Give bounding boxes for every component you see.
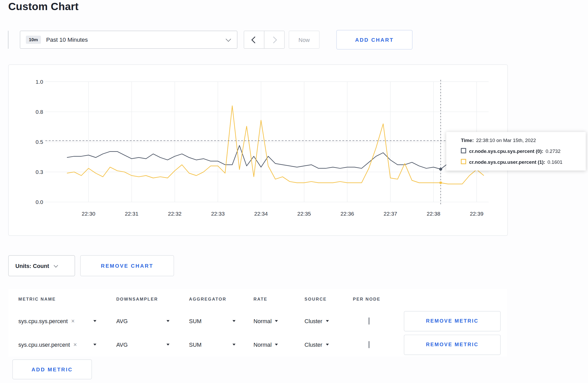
hover-point: [439, 168, 442, 171]
x-tick-label: 22:34: [254, 211, 268, 217]
tooltip-time-row: Time:22:38:10 on Mar 15th, 2022: [461, 138, 580, 143]
column-header-downsampler: DOWNSAMPLER: [116, 297, 189, 301]
tooltip-series-value: 0.2732: [546, 148, 561, 154]
y-tick-label: 0.5: [36, 139, 43, 145]
caret-down-icon: [166, 344, 170, 345]
units-select-label: Units: Count: [15, 263, 49, 269]
column-header-source: SOURCE: [304, 297, 353, 301]
series-line: [67, 106, 484, 184]
tooltip-time-value: 22:38:10 on Mar 15th, 2022: [476, 138, 536, 143]
y-tick-label: 1.0: [36, 79, 43, 85]
remove-chart-button[interactable]: REMOVE CHART: [80, 255, 174, 276]
caret-down-icon: [275, 320, 278, 322]
hover-point: [439, 181, 442, 184]
source-select[interactable]: Cluster: [304, 342, 353, 348]
metric-name-select[interactable]: sys.cpu.sys.percent ×: [18, 318, 96, 324]
clear-metric-icon[interactable]: ×: [73, 342, 77, 347]
downsampler-value: AVG: [116, 342, 128, 348]
caret-down-icon: [233, 320, 236, 322]
tooltip-series-row: cr.node.sys.cpu.user.percent (1):0.1601: [461, 159, 580, 165]
series-user-swatch-icon: [461, 159, 466, 164]
chevron-right-icon: [270, 36, 277, 43]
caret-down-icon: [93, 320, 96, 322]
units-select[interactable]: Units: Count: [8, 255, 75, 276]
metric-name-select[interactable]: sys.cpu.user.percent ×: [18, 342, 96, 348]
metric-row: sys.cpu.sys.percent × AVG SUM Normal: [18, 309, 507, 333]
source-value: Cluster: [304, 318, 322, 324]
column-header-aggregator: AGGREGATOR: [189, 297, 254, 301]
series-sys-swatch-icon: [461, 148, 466, 153]
series-line: [67, 145, 484, 169]
custom-chart-page: Custom Chart 10m Past 10 Minutes Now ADD…: [0, 0, 588, 383]
next-range-button[interactable]: [264, 31, 285, 49]
column-header-rate: RATE: [254, 297, 305, 301]
source-select[interactable]: Cluster: [304, 318, 353, 324]
add-metric-button[interactable]: ADD METRIC: [12, 359, 92, 379]
x-tick-label: 22:33: [211, 211, 225, 217]
prev-range-button[interactable]: [244, 31, 264, 49]
tooltip-time-label: Time:: [461, 138, 474, 143]
column-header-metric-name: METRIC NAME: [18, 297, 116, 301]
rate-value: Normal: [254, 342, 272, 348]
downsampler-select[interactable]: AVG: [116, 342, 169, 348]
x-tick-label: 22:37: [383, 211, 397, 217]
rate-value: Normal: [254, 318, 272, 324]
caret-down-icon: [233, 344, 236, 345]
aggregator-value: SUM: [189, 318, 201, 324]
chevron-down-icon: [54, 263, 58, 267]
metrics-line-chart[interactable]: 0.00.30.50.81.022:3022:3122:3222:3322:34…: [9, 65, 507, 235]
tooltip-series-value: 0.1601: [548, 159, 563, 165]
x-tick-label: 22:39: [470, 211, 483, 217]
aggregator-value: SUM: [189, 342, 201, 348]
chevron-down-icon: [226, 36, 231, 41]
per-node-checkbox[interactable]: [369, 341, 369, 348]
metric-row: sys.cpu.user.percent × AVG SUM Normal: [18, 333, 507, 356]
remove-metric-button[interactable]: REMOVE METRIC: [404, 311, 501, 331]
time-range-label: Past 10 Minutes: [46, 36, 88, 43]
chart-tooltip: Time:22:38:10 on Mar 15th, 2022 cr.node.…: [446, 132, 586, 171]
tooltip-series-name: cr.node.sys.cpu.sys.percent (0):: [469, 148, 543, 154]
metrics-table: METRIC NAME DOWNSAMPLER AGGREGATOR RATE …: [8, 289, 507, 356]
metric-name-value: sys.cpu.sys.percent: [18, 318, 68, 324]
chart-panel: 0.00.30.50.81.022:3022:3122:3222:3322:34…: [8, 65, 508, 236]
caret-down-icon: [166, 320, 170, 322]
caret-down-icon: [326, 320, 329, 322]
per-node-checkbox[interactable]: [369, 317, 369, 324]
x-tick-label: 22:32: [168, 211, 181, 217]
toolbar-divider: [8, 31, 9, 49]
metrics-table-header: METRIC NAME DOWNSAMPLER AGGREGATOR RATE …: [18, 289, 507, 309]
column-header-per-node: PER NODE: [353, 297, 404, 301]
tooltip-series-row: cr.node.sys.cpu.sys.percent (0):0.2732: [461, 148, 580, 154]
remove-metric-button[interactable]: REMOVE METRIC: [404, 335, 501, 355]
rate-select[interactable]: Normal: [254, 318, 305, 324]
downsampler-value: AVG: [116, 318, 128, 324]
now-button[interactable]: Now: [289, 31, 320, 49]
y-tick-label: 0.0: [36, 199, 43, 205]
clear-metric-icon[interactable]: ×: [71, 318, 75, 324]
caret-down-icon: [93, 344, 96, 345]
metric-name-value: sys.cpu.user.percent: [18, 342, 70, 348]
chevron-left-icon: [251, 36, 258, 43]
add-chart-button[interactable]: ADD CHART: [336, 30, 412, 49]
aggregator-select[interactable]: SUM: [189, 342, 235, 348]
x-tick-label: 22:35: [297, 211, 311, 217]
caret-down-icon: [275, 344, 278, 345]
y-tick-label: 0.3: [36, 169, 43, 175]
x-tick-label: 22:36: [340, 211, 354, 217]
source-value: Cluster: [304, 342, 322, 348]
x-tick-label: 22:38: [427, 211, 440, 217]
time-range-select[interactable]: 10m Past 10 Minutes: [20, 31, 237, 49]
tooltip-series-name: cr.node.sys.cpu.user.percent (1):: [469, 159, 545, 165]
caret-down-icon: [326, 344, 329, 345]
time-range-badge: 10m: [26, 36, 41, 44]
time-nav-group: [244, 31, 285, 49]
x-tick-label: 22:30: [82, 211, 95, 217]
rate-select[interactable]: Normal: [254, 342, 305, 348]
page-title: Custom Chart: [8, 1, 79, 13]
y-tick-label: 0.8: [36, 109, 43, 115]
x-tick-label: 22:31: [125, 211, 138, 217]
downsampler-select[interactable]: AVG: [116, 318, 169, 324]
aggregator-select[interactable]: SUM: [189, 318, 235, 324]
